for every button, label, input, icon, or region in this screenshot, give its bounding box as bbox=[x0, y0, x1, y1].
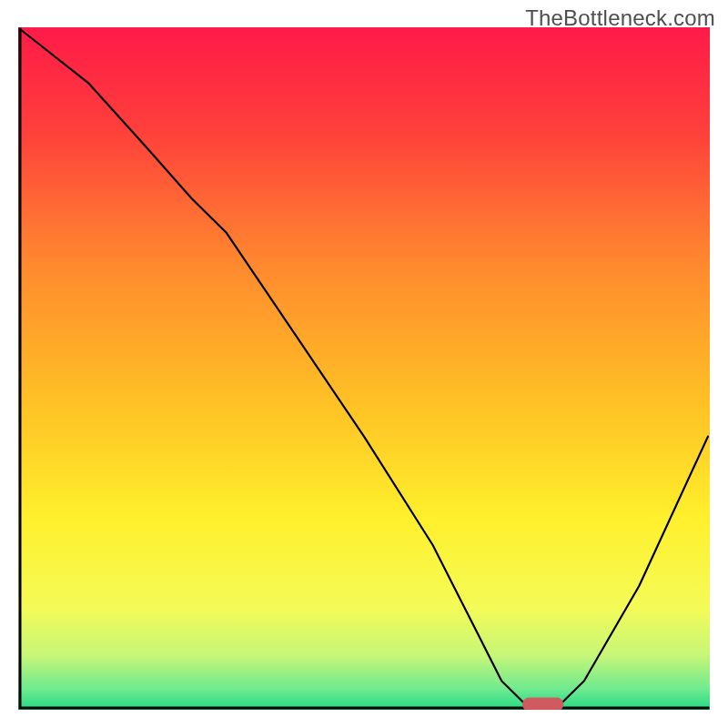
marker-optimal-range bbox=[522, 698, 563, 711]
chart-marker bbox=[522, 698, 563, 711]
watermark-text: TheBottleneck.com bbox=[525, 5, 715, 31]
chart-background bbox=[18, 27, 710, 710]
chart-svg bbox=[18, 27, 710, 710]
chart-canvas bbox=[18, 27, 710, 710]
